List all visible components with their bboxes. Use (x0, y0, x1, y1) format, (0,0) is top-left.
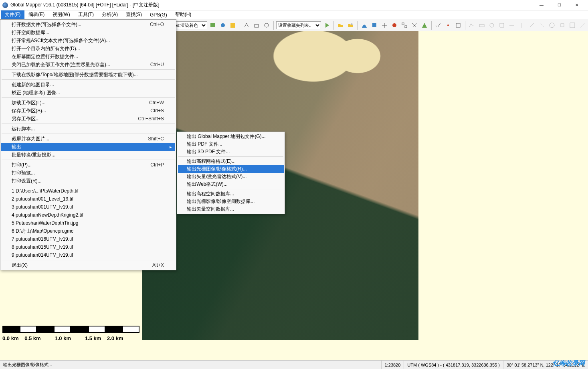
menubar: 文件(F) 编辑(E) 视图(W) 工具(T) 分析(A) 查找(S) GPS(… (0, 10, 588, 19)
minimize-button[interactable]: — (533, 0, 550, 10)
tool-icon-d[interactable] (390, 21, 398, 30)
file-menu-item[interactable]: 批量转换/重新投影... (1, 151, 175, 159)
tool-icon-b[interactable] (370, 21, 378, 30)
tool-icon-e[interactable] (400, 21, 408, 30)
disabled-tool-7 (528, 21, 536, 30)
file-menu-item[interactable]: 打开空间数据库... (1, 28, 175, 36)
file-menu-item[interactable]: 打开常规ASCII文本文件(可选择多个文件)(A)... (1, 36, 175, 45)
export-submenu-item[interactable]: 输出高程网格格式(E)... (178, 158, 284, 165)
file-menu-item[interactable]: 截屏并存为图片...Shift+C (1, 135, 175, 143)
file-menu-item[interactable]: 矫正 (地理参考) 图像... (1, 89, 175, 97)
menu-help[interactable]: 帮助(H) (171, 10, 196, 19)
file-menu-item[interactable]: 3 putuoshan001UTM_lv19.tif (1, 203, 175, 211)
svg-rect-3 (255, 24, 259, 27)
tool-icon-j[interactable] (454, 21, 463, 30)
disabled-tool-6 (518, 21, 526, 30)
file-menu-item[interactable]: 4 putupshanNewDepthKriging2.tif (1, 211, 175, 219)
svg-rect-11 (479, 24, 484, 27)
file-menu-item[interactable]: 打开一个目录内的所有文件(D)... (1, 45, 175, 53)
play-button[interactable] (323, 21, 331, 30)
toolbar-separator (465, 21, 465, 30)
tool-icon-h[interactable] (434, 21, 443, 30)
close-button[interactable]: ✕ (568, 0, 586, 10)
toolbar-icon-4[interactable] (242, 21, 251, 30)
maximize-button[interactable]: ☐ (550, 0, 568, 10)
toolbar-icon-5[interactable] (253, 21, 261, 30)
menu-item-label: 在屏幕固定位置打开数据文件... (12, 53, 164, 60)
disabled-tool-12 (578, 21, 586, 30)
file-menu-item[interactable]: 退出(X)Alt+X (1, 261, 175, 269)
window-title: Global Mapper v16.1 (b031815) [64-bit] [… (10, 2, 533, 8)
toolbar-icon-6[interactable] (263, 21, 271, 30)
tool-icon-a[interactable] (360, 21, 368, 30)
toolbar-icon-2[interactable] (219, 21, 227, 30)
menu-item-label: 4 putupshanNewDepthKriging2.tif (12, 212, 164, 218)
svg-rect-8 (405, 26, 407, 28)
menu-item-label: 输出矢量空间数据库... (187, 206, 234, 213)
file-menu-item[interactable]: 5 PutuoshanWaterDepthTin.jpg (1, 219, 175, 227)
menu-item-label: 关闭已加载的全部工作文件(注意尽量先存盘)... (12, 61, 144, 68)
menu-view[interactable]: 视图(W) (48, 10, 74, 19)
file-menu-item[interactable]: 运行脚本... (1, 125, 175, 133)
menu-item-label: 打开数据文件(可选择多个文件)... (12, 21, 143, 28)
menu-analysis[interactable]: 分析(A) (98, 10, 122, 19)
file-menu-item[interactable]: 8 putuoshan015UTM_lv19.tif (1, 243, 175, 251)
menu-item-accelerator: Ctrl+S (150, 108, 164, 114)
svg-point-9 (447, 24, 449, 26)
menu-file[interactable]: 文件(F) (1, 10, 24, 19)
svg-point-1 (221, 23, 225, 27)
menu-search[interactable]: 查找(S) (122, 10, 146, 19)
menu-gps[interactable]: GPS(G) (146, 10, 171, 19)
status-hint: 输出光栅图像/影像格式... (0, 361, 382, 369)
export-submenu-item[interactable]: 输出 PDF 文件... (178, 140, 284, 148)
file-menu-item[interactable]: 关闭已加载的全部工作文件(注意尽量先存盘)...Ctrl+U (1, 61, 175, 69)
export-submenu-item[interactable]: 输出高程空间数据库... (178, 190, 284, 198)
export-submenu-item[interactable]: 输出 3D PDF 文件... (178, 148, 284, 156)
toolbar-icon-3[interactable] (229, 21, 237, 30)
file-menu-item[interactable]: 打印设置(R)... (1, 177, 175, 185)
status-projection: UTM ( WGS84 ) - ( 431817.319, 3322636.35… (404, 361, 503, 369)
file-menu-item[interactable]: 创建新的地图目录... (1, 81, 175, 89)
export-submenu-item[interactable]: 输出Web格式(W)... (178, 180, 284, 188)
export-submenu-item[interactable]: 输出矢量空间数据库... (178, 205, 284, 213)
statusbar: 输出光栅图像/影像格式... 1:23820 UTM ( WGS84 ) - (… (0, 360, 588, 369)
svg-rect-0 (210, 23, 215, 27)
export-submenu-item[interactable]: 输出光栅图像/影像格式(R)... (178, 165, 284, 173)
export-submenu-item[interactable]: 输出矢量/激光雷达格式(V)... (178, 173, 284, 180)
file-menu-item[interactable]: 9 putuoshan014UTM_lv19.tif (1, 251, 175, 259)
export-submenu-item[interactable]: 输出光栅影像/影像空间数据库... (178, 198, 284, 205)
svg-point-12 (490, 23, 494, 27)
file-menu-item[interactable]: 保存工作区(S)...Ctrl+S (1, 107, 175, 115)
file-menu-item[interactable]: 输出 (1, 143, 175, 151)
menu-edit[interactable]: 编辑(E) (24, 10, 48, 19)
file-menu-item[interactable]: 下载在线影像/Topo/地形地图(部分数据需要翻墙才能下载)... (1, 71, 175, 79)
disabled-tool-1 (468, 21, 476, 30)
menu-item-accelerator: Alt+X (152, 262, 164, 268)
file-menu-item[interactable]: 加载工作区(L)...Ctrl+W (1, 99, 175, 107)
file-menu-item[interactable]: 打开数据文件(可选择多个文件)...Ctrl+O (1, 20, 175, 28)
file-menu-item[interactable]: 7 putuoshan016UTM_lv19.tif (1, 235, 175, 243)
file-menu-item[interactable]: 打印(P)...Ctrl+P (1, 161, 175, 169)
folder-new-icon[interactable] (346, 21, 355, 30)
folder-open-icon[interactable] (336, 21, 345, 30)
menu-item-accelerator: Ctrl+O (150, 22, 164, 27)
tool-icon-f[interactable] (410, 21, 418, 30)
tool-icon-i[interactable] (444, 21, 453, 30)
toolbar-icon-1[interactable] (209, 21, 217, 30)
file-menu-item[interactable]: 1 D:\Users\...\PtsWaterDepth.tif (1, 187, 175, 195)
tool-icon-c[interactable] (380, 21, 388, 30)
menu-tools[interactable]: 工具(T) (74, 10, 98, 19)
file-menu-item[interactable]: 打印预览... (1, 169, 175, 177)
file-menu-item[interactable]: 2 putuoshan001_Level_19.tif (1, 195, 175, 203)
scale-tick: 0.0 km (2, 335, 18, 341)
export-submenu-item[interactable]: 输出 Global Mapper 地图包文件(G)... (178, 133, 284, 140)
file-menu-item[interactable]: 6 D:\舟山\Map\Opencpn.gmc (1, 227, 175, 235)
scale-tick: 0.5 km (24, 335, 40, 341)
menu-item-label: 截屏并存为图片... (12, 136, 141, 142)
tool-icon-g[interactable] (420, 21, 429, 30)
favorites-combo[interactable]: 设置收藏夹列表.. (276, 21, 321, 29)
file-menu-item[interactable]: 在屏幕固定位置打开数据文件... (1, 53, 175, 61)
menu-item-label: 8 putuoshan015UTM_lv19.tif (12, 244, 164, 250)
scale-tick: 2.0 km (107, 335, 123, 341)
file-menu-item[interactable]: 另存工作区...Ctrl+Shift+S (1, 115, 175, 123)
